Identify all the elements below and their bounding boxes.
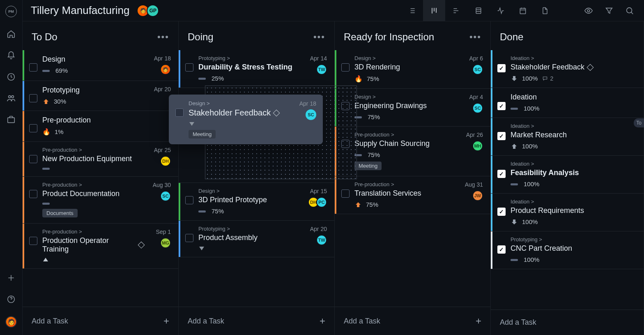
task-card[interactable]: ✓ Ideation > Stakeholder Feedback 100% 2 — [491, 50, 644, 88]
sheet-view-icon[interactable] — [467, 0, 490, 21]
task-card[interactable]: Prototyping > Durability & Stress Testin… — [179, 50, 334, 88]
list-view-icon[interactable] — [401, 0, 423, 21]
activity-view-icon[interactable] — [490, 0, 512, 21]
task-checkbox[interactable]: ✓ — [497, 170, 506, 178]
task-card[interactable]: Pre-production 🔥1% — [23, 111, 178, 142]
assignee-avatar[interactable]: 🧑 — [160, 64, 171, 75]
task-checkbox[interactable]: ✓ — [497, 132, 506, 140]
task-checkbox[interactable]: ✓ — [497, 208, 506, 216]
column-menu-icon[interactable]: ••• — [313, 32, 325, 42]
card-accent — [491, 231, 492, 269]
calendar-view-icon[interactable] — [512, 0, 534, 21]
files-view-icon[interactable] — [534, 0, 556, 21]
assignee-avatar[interactable]: JW — [472, 190, 483, 201]
task-checkbox[interactable]: ✓ — [497, 245, 506, 254]
briefcase-icon[interactable] — [7, 115, 16, 124]
task-checkbox[interactable] — [341, 63, 350, 72]
task-card[interactable]: Pre-production > New Production Equipmen… — [23, 141, 178, 177]
task-card[interactable]: Pre-production > Product Documentation D… — [23, 176, 178, 224]
add-task-button[interactable]: Add a Task + — [23, 307, 178, 335]
task-card[interactable]: Design > 3D Rendering 🔥75% Apr 6 SC — [335, 50, 490, 89]
card-breadcrumb: Ideation > — [511, 123, 636, 129]
task-checkbox[interactable] — [29, 190, 37, 198]
task-checkbox[interactable] — [185, 63, 193, 72]
assignee-avatar[interactable]: SC — [472, 64, 483, 75]
assignee-avatar[interactable]: SC — [472, 103, 483, 113]
task-checkbox[interactable] — [29, 124, 37, 132]
column-menu-icon[interactable]: ••• — [469, 32, 481, 42]
task-card[interactable]: Pre-production > Production Operator Tra… — [23, 223, 178, 269]
eye-icon[interactable] — [584, 6, 593, 15]
card-accent — [335, 50, 336, 88]
task-card[interactable]: Design > 3D Printed Prototype 75% Apr 15… — [179, 183, 334, 221]
assignee-avatar[interactable]: SC — [160, 191, 171, 201]
collapsed-panel-handle[interactable]: To — [634, 118, 644, 127]
progress-percent: 75% — [368, 113, 380, 120]
search-icon[interactable] — [625, 6, 634, 15]
card-accent — [23, 111, 24, 141]
help-icon[interactable] — [7, 295, 16, 304]
task-card[interactable]: Pre-production > Translation Services 75… — [335, 176, 490, 214]
task-card[interactable]: ✓ Ideation 100% — [491, 88, 644, 118]
task-card[interactable]: Pre-production > Supply Chain Sourcing 7… — [335, 126, 490, 176]
task-checkbox[interactable] — [29, 237, 37, 245]
task-card[interactable]: Prototyping > Product Assembly Apr 20 TW — [179, 220, 334, 257]
assignee-avatar[interactable]: SC — [306, 109, 316, 120]
add-task-button[interactable]: Add a Task + — [179, 307, 334, 335]
card-meta: 75% — [354, 201, 456, 208]
home-icon[interactable] — [7, 30, 16, 39]
task-card[interactable]: Design 69% Apr 18 🧑 — [23, 50, 178, 81]
add-task-button[interactable]: Add a Task + — [335, 307, 490, 335]
task-checkbox[interactable] — [29, 94, 37, 102]
card-breadcrumb: Design > — [354, 94, 456, 100]
task-card[interactable]: Prototyping 30% Apr 20 — [23, 81, 178, 111]
due-date: Apr 20 — [154, 86, 171, 92]
topbar: Tillery Manufacturing 🧑 GP — [23, 0, 644, 21]
filter-icon[interactable] — [605, 6, 614, 15]
svg-rect-3 — [8, 118, 15, 122]
project-title: Tillery Manufacturing — [31, 4, 129, 17]
assignee-avatar[interactable]: MH — [472, 141, 483, 151]
task-checkbox[interactable] — [341, 189, 350, 198]
plus-icon[interactable] — [7, 273, 16, 282]
task-checkbox[interactable]: ✓ — [497, 102, 506, 110]
plus-icon: + — [476, 315, 481, 327]
card-title: 3D Printed Prototype — [198, 196, 300, 204]
gantt-view-icon[interactable] — [445, 0, 467, 21]
card-title: Supply Chain Sourcing — [354, 139, 456, 148]
due-date: Aug 30 — [153, 182, 171, 188]
card-title: Product Assembly — [198, 233, 300, 242]
card-title: Engineering Drawings — [354, 102, 456, 110]
member-avatars[interactable]: 🧑 GP — [139, 5, 159, 17]
task-checkbox[interactable]: ✓ — [497, 64, 506, 72]
task-card[interactable]: ✓ Prototyping > CNC Part Creation 100% — [491, 231, 644, 269]
add-task-button[interactable]: Add a Task — [491, 310, 644, 335]
card-breadcrumb: Prototyping > — [511, 236, 636, 243]
task-card[interactable]: ✓ Ideation > Feasibility Analysis 100% — [491, 155, 644, 194]
assignee-avatar[interactable]: PC — [316, 197, 327, 208]
board-view-icon[interactable] — [423, 0, 445, 21]
progress-percent: 75% — [366, 201, 378, 208]
task-checkbox[interactable] — [29, 155, 37, 163]
assignee-avatar[interactable]: TW — [316, 64, 327, 75]
team-icon[interactable] — [7, 94, 16, 103]
column-menu-icon[interactable]: ••• — [157, 32, 169, 42]
card-accent — [491, 50, 492, 88]
task-card[interactable]: ✓ Ideation > Product Requirements 100% — [491, 193, 644, 231]
app-logo[interactable]: PM — [5, 6, 17, 17]
assignee-avatar[interactable]: TW — [316, 235, 327, 245]
task-card[interactable]: Design > Engineering Drawings 75% Apr 4 … — [335, 88, 490, 127]
assignee-avatar[interactable]: DH — [160, 156, 171, 166]
progress-percent: 100% — [522, 218, 538, 225]
task-checkbox[interactable] — [29, 63, 37, 72]
bell-icon[interactable] — [7, 51, 16, 60]
user-avatar[interactable]: 🧑 — [5, 316, 17, 328]
task-card[interactable]: ✓ Ideation > Market Research 100% — [491, 118, 644, 156]
card-list: Design > 3D Rendering 🔥75% Apr 6 SC Desi… — [335, 50, 490, 307]
dragging-task-card[interactable]: Design > Stakeholder Feedback Meeting Ap… — [169, 95, 323, 144]
clock-icon[interactable] — [7, 72, 16, 81]
task-checkbox[interactable] — [185, 196, 193, 204]
assignee-avatar[interactable]: MG — [160, 238, 171, 248]
task-checkbox[interactable] — [175, 109, 184, 117]
task-checkbox[interactable] — [185, 234, 193, 242]
